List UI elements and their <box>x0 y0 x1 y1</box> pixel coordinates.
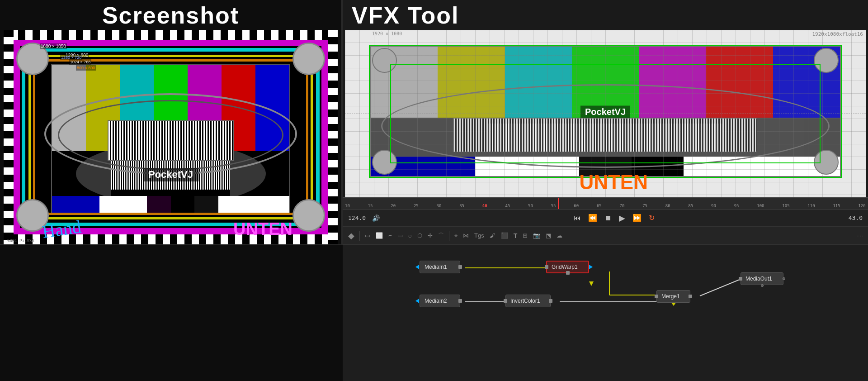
play-button[interactable]: ▶ <box>617 212 627 224</box>
node-connector-left <box>545 265 548 269</box>
node-merge-1[interactable]: Merge1 <box>656 290 690 303</box>
ruler-mark: 105 <box>782 204 789 208</box>
node-connector-right-4 <box>549 299 552 303</box>
step-forward-button[interactable]: ⏩ <box>631 213 643 223</box>
bw-border-left <box>4 30 14 244</box>
ruler-mark: 120 <box>858 204 865 208</box>
ruler-mark: 55 <box>551 204 556 208</box>
bw-border-right <box>328 30 338 244</box>
node-dot-bottom <box>761 284 764 287</box>
ruler-mark: 15 <box>368 204 373 208</box>
ruler-mark: 10 <box>345 204 350 208</box>
corner-circle-tr <box>292 43 325 75</box>
ruler-mark: 60 <box>574 204 579 208</box>
resolution-label2: 1920 × 1080 <box>372 31 402 36</box>
vfx-viewer: 1920x1080xfloat16 1920 × 1080 <box>345 30 866 197</box>
node-connector-left-4 <box>655 295 658 298</box>
ruler-mark: 40 <box>482 204 487 208</box>
ruler-mark: 85 <box>688 204 693 208</box>
node-media-out-1-label: MediaOut1 <box>745 276 772 282</box>
node-connector-right-3 <box>458 299 462 303</box>
node-media-in-1-label: MediaIn1 <box>425 264 447 270</box>
ruler-mark: 65 <box>597 204 602 208</box>
left-bottom-area <box>0 244 343 381</box>
tool-clone[interactable]: ⊞ <box>521 231 529 240</box>
bw-border-top <box>4 30 338 40</box>
tool-color-picker[interactable]: ◆ <box>346 229 356 242</box>
node-graph: MediaIn1 GridWarp1 MediaOut1 <box>343 244 868 381</box>
ruler-mark: 80 <box>665 204 670 208</box>
tool-brush[interactable]: 🖌 <box>488 231 497 240</box>
tool-stamp[interactable]: ⬛ <box>499 231 510 240</box>
node-media-in-2-label: MediaIn2 <box>425 298 447 304</box>
node-invert-color-1[interactable]: InvertColor1 <box>505 295 551 307</box>
tool-rect[interactable]: ▭ <box>363 231 372 240</box>
tools-bar: ◆ ▭ ⬜ ⌐ ▭ ○ ⬡ ✛ ⌒ ⌖ ⋈ Tgs 🖌 ⬛ T <box>343 226 868 244</box>
pocketvj-label-left: PocketVJ <box>143 168 198 181</box>
ruler-mark: 75 <box>642 204 647 208</box>
node-connector-bottom <box>566 271 570 275</box>
node-invert-color-1-label: InvertColor1 <box>510 298 540 304</box>
tool-tag[interactable]: Tgs <box>472 231 486 240</box>
node-merge-1-label: Merge1 <box>661 293 680 300</box>
node-connector-right <box>458 265 462 269</box>
tool-text[interactable]: T <box>512 231 519 241</box>
node-grid-warp-1[interactable]: GridWarp1 <box>546 261 589 273</box>
tool-hex[interactable]: ⬡ <box>415 231 424 240</box>
transport-time: 124.0 <box>348 214 368 221</box>
stop-button[interactable]: ⏹ <box>603 213 613 223</box>
node-connector-left-2 <box>739 277 742 281</box>
step-back-button[interactable]: ⏪ <box>586 213 599 223</box>
svg-line-4 <box>700 279 741 296</box>
more-tools-icon[interactable]: ··· <box>857 233 864 239</box>
frame-counter: 43.0 <box>849 214 863 221</box>
loop-button[interactable]: ↻ <box>647 213 656 223</box>
goto-start-button[interactable]: ⏮ <box>572 213 583 223</box>
tool-rect2[interactable]: ⬜ <box>374 231 385 240</box>
tool-select[interactable]: ⌖ <box>453 231 459 241</box>
node-media-out-1[interactable]: MediaOut1 <box>741 272 783 285</box>
volume-icon[interactable]: 🔊 <box>372 214 380 222</box>
ruler-mark: 90 <box>711 204 716 208</box>
frequency-bars <box>108 120 234 161</box>
tool-cloud[interactable]: ☁ <box>555 231 564 240</box>
ruler-mark: 35 <box>459 204 464 208</box>
unten-label-left: UNTEN <box>233 219 292 239</box>
ruler-mark: 110 <box>807 204 815 208</box>
transport-bar: 124.0 🔊 ⏮ ⏪ ⏹ ▶ ⏩ ↻ 43.0 <box>343 209 868 226</box>
node-dot-right <box>783 277 785 280</box>
tool-rect3[interactable]: ▭ <box>396 231 405 240</box>
tool-warp[interactable]: ⋈ <box>461 231 471 240</box>
tool-camera[interactable]: 📷 <box>531 231 542 240</box>
ruler-mark: 95 <box>734 204 739 208</box>
timeline-ruler: 10 15 20 25 30 35 40 45 50 55 60 65 70 7… <box>343 197 868 209</box>
corner-circle-br <box>292 199 325 232</box>
tool-arc[interactable]: ⌒ <box>436 230 446 241</box>
pocketvj-label-vfx: PocketVJ <box>580 106 630 118</box>
screenshot-display: 1680 × 1050 1290 × 800 1024 × 768 800 × … <box>4 30 338 244</box>
node-triangle-bottom <box>671 303 676 306</box>
ruler-mark: 20 <box>391 204 396 208</box>
tool-corner-rect[interactable]: ⌐ <box>387 231 394 240</box>
tool-circle[interactable]: ○ <box>406 231 414 241</box>
left-panel-title: Screenshot <box>0 0 341 30</box>
node-connector-left-3 <box>504 299 507 303</box>
ruler-mark: 70 <box>620 204 625 208</box>
ruler-mark: 50 <box>528 204 533 208</box>
node-connector-right-5 <box>689 295 692 298</box>
node-media-in-1[interactable]: MediaIn1 <box>420 261 460 273</box>
ruler-mark: 100 <box>757 204 764 208</box>
right-panel-title: VFX Tool <box>343 0 868 30</box>
timeline-playhead[interactable] <box>558 198 559 209</box>
res-annotation-4: 800 × 600 <box>76 65 96 71</box>
ruler-mark: 115 <box>833 204 840 208</box>
res-annotation-5: 1280 × 720 <box>60 55 82 60</box>
unten-label-vfx: UNTEN <box>579 171 648 194</box>
ruler-mark: 45 <box>505 204 510 208</box>
tool-mask[interactable]: ⬔ <box>544 231 553 240</box>
bottom-label: %001 PicVSA <box>7 238 34 243</box>
node-media-in-2[interactable]: MediaIn2 <box>420 295 460 307</box>
res-annotation-1: 1680 × 1050 <box>40 43 67 49</box>
tool-cross[interactable]: ✛ <box>426 231 434 240</box>
svg-marker-7 <box>589 281 594 286</box>
